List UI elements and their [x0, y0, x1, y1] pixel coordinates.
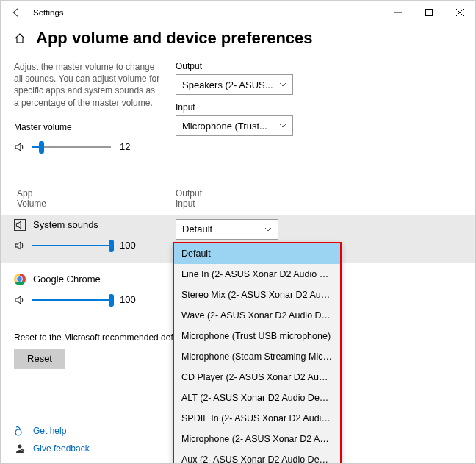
- chrome-volume-slider[interactable]: [32, 293, 111, 307]
- dropdown-option[interactable]: ALT (2- ASUS Xonar D2 Audio Device): [174, 388, 340, 408]
- master-volume-value: 12: [120, 141, 130, 152]
- master-volume-label: Master volume: [14, 122, 161, 132]
- svg-rect-1: [426, 10, 433, 16]
- page-header: App volume and device preferences: [1, 24, 475, 61]
- output-label: Output: [176, 61, 293, 71]
- master-volume-slider[interactable]: [32, 140, 111, 154]
- chevron-down-icon: [264, 226, 272, 233]
- svg-point-5: [18, 445, 22, 449]
- window-controls: [383, 1, 475, 24]
- system-sounds-volume-value: 100: [120, 240, 136, 251]
- maximize-button[interactable]: [414, 1, 444, 24]
- dropdown-option[interactable]: Microphone (2- ASUS Xonar D2 Audio Devic…: [174, 429, 340, 449]
- dropdown-option[interactable]: Wave (2- ASUS Xonar D2 Audio Device): [174, 305, 340, 326]
- system-sounds-volume-slider[interactable]: [32, 238, 111, 253]
- description-text: Adjust the master volume to change all s…: [14, 61, 161, 109]
- chevron-down-icon: [279, 81, 286, 88]
- back-icon[interactable]: [11, 7, 21, 18]
- output-device-select[interactable]: Speakers (2- ASUS...: [176, 74, 293, 95]
- help-icon: [14, 425, 26, 437]
- input-device-value: Microphone (Trust...: [182, 121, 267, 132]
- dropdown-option[interactable]: Default: [174, 243, 340, 264]
- minimize-button[interactable]: [383, 1, 414, 24]
- page-title: App volume and device preferences: [36, 29, 313, 48]
- dropdown-option[interactable]: Stereo Mix (2- ASUS Xonar D2 Audio Devic…: [174, 285, 340, 305]
- dropdown-option[interactable]: Microphone (Trust USB microphone): [174, 326, 340, 346]
- speaker-icon[interactable]: [14, 240, 26, 251]
- chrome-icon: [14, 274, 26, 285]
- dropdown-option[interactable]: Aux (2- ASUS Xonar D2 Audio Device): [174, 449, 340, 464]
- dropdown-option[interactable]: Microphone (Steam Streaming Microphone): [174, 346, 340, 367]
- dropdown-option[interactable]: SPDIF In (2- ASUS Xonar D2 Audio Device): [174, 408, 340, 429]
- feedback-icon: [14, 443, 26, 454]
- home-icon[interactable]: [14, 32, 26, 44]
- app-name: System sounds: [33, 219, 98, 230]
- system-sounds-output-value: Default: [182, 224, 212, 235]
- get-help-link[interactable]: Get help: [33, 426, 66, 436]
- chevron-down-icon: [279, 122, 286, 129]
- close-button[interactable]: [444, 1, 475, 24]
- title-bar: Settings: [1, 1, 475, 24]
- system-sounds-output-select[interactable]: Default: [176, 219, 278, 240]
- input-label: Input: [176, 102, 293, 113]
- input-device-dropdown[interactable]: DefaultLine In (2- ASUS Xonar D2 Audio D…: [173, 242, 342, 464]
- reset-button[interactable]: Reset: [14, 349, 65, 369]
- speaker-icon[interactable]: [14, 141, 26, 153]
- give-feedback-link[interactable]: Give feedback: [33, 443, 90, 454]
- input-device-select[interactable]: Microphone (Trust...: [176, 115, 293, 136]
- dropdown-option[interactable]: CD Player (2- ASUS Xonar D2 Audio Device…: [174, 367, 340, 388]
- app-name: Google Chrome: [33, 274, 101, 285]
- chrome-volume-value: 100: [120, 294, 136, 305]
- window-title: Settings: [33, 8, 64, 17]
- svg-point-4: [15, 429, 21, 435]
- speaker-icon[interactable]: [14, 294, 26, 306]
- system-sounds-icon: [14, 219, 26, 231]
- dropdown-option[interactable]: Line In (2- ASUS Xonar D2 Audio Device): [174, 264, 340, 285]
- app-list-header: App Volume Output Input: [14, 188, 462, 209]
- output-device-value: Speakers (2- ASUS...: [182, 79, 273, 90]
